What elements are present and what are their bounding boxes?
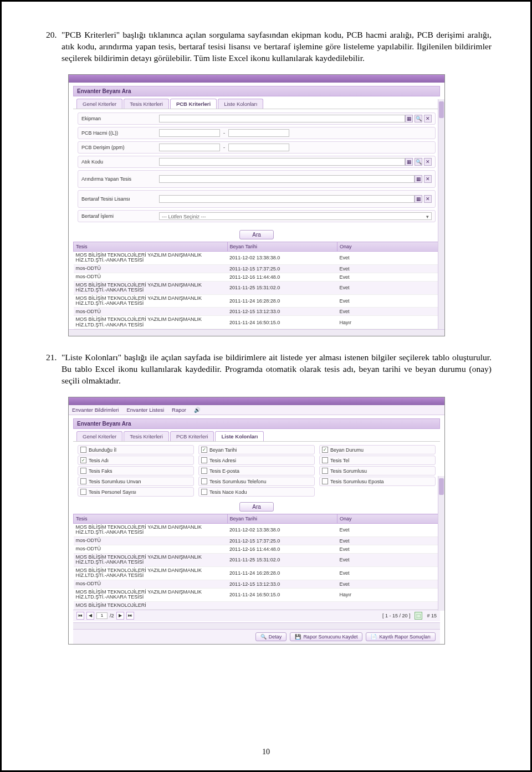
pager-last[interactable]: ⏭ bbox=[126, 612, 134, 620]
table-row[interactable]: MOS BİLİŞİM TEKNOLOJİLERİ YAZILIM DANIŞM… bbox=[74, 251, 440, 264]
para20-text: "PCB Kriterleri" başlığı tıklanınca açıl… bbox=[62, 29, 492, 64]
excel-icon[interactable]: ⬚ bbox=[415, 612, 422, 620]
menu-bildirimleri[interactable]: Envanter Bildirimleri bbox=[72, 407, 119, 413]
tab-liste-2[interactable]: Liste Kolonları bbox=[215, 431, 264, 441]
label-atik-kodu: Atık Kodu bbox=[81, 159, 159, 165]
pager-perpage: # 15 bbox=[427, 613, 437, 618]
ara-button-2[interactable]: Ara bbox=[239, 502, 274, 512]
check-item[interactable]: Tesis Tel bbox=[319, 456, 436, 465]
input-pcb-derisim-2[interactable] bbox=[228, 144, 289, 151]
pager-prev[interactable]: ◀ bbox=[86, 612, 94, 620]
label-bertaraf-islemi: Bertaraf İşlemi bbox=[81, 213, 159, 219]
sound-icon[interactable]: 🔊 bbox=[194, 407, 201, 413]
select-text: --- Lütfen Seçiniz --- bbox=[162, 213, 206, 219]
label-arindirma: Arındırma Yapan Tesis bbox=[81, 176, 159, 182]
check-item[interactable]: Tesis Personel Sayısı bbox=[78, 487, 194, 497]
grid-icon[interactable]: ▦ bbox=[415, 175, 422, 183]
tab-pcb-2[interactable]: PCB Kriterleri bbox=[170, 431, 214, 441]
table-row[interactable]: mos-ODTÜ2011-12-15 17:37:25.0Evet bbox=[74, 536, 440, 545]
tab-genel-2[interactable]: Genel Kriterler bbox=[76, 431, 122, 441]
search-icon[interactable]: 🔍 bbox=[415, 158, 422, 166]
clear-icon[interactable]: ✕ bbox=[424, 158, 432, 166]
check-item[interactable]: Tesis Sorumlusu Unvan bbox=[78, 477, 194, 486]
search-icon[interactable]: 🔍 bbox=[415, 115, 422, 122]
check-item[interactable]: Tesis Nace Kodu bbox=[198, 487, 315, 497]
table-row[interactable]: MOS BİLİŞİM TEKNOLOJİLERİ YAZILIM DANIŞM… bbox=[74, 281, 440, 294]
menu-rapor[interactable]: Rapor bbox=[172, 407, 186, 413]
input-pcb-hacmi-1[interactable] bbox=[159, 129, 220, 137]
table-row[interactable]: MOS BİLİŞİM TEKNOLOJİLERİ YAZILIM DANIŞM… bbox=[74, 294, 440, 308]
check-item[interactable]: Tesis Sorumlusu Telefonu bbox=[198, 477, 315, 486]
horizontal-scrollbar[interactable] bbox=[69, 329, 444, 336]
clear-icon[interactable]: ✕ bbox=[424, 195, 432, 203]
tab-tesis-2[interactable]: Tesis Kriterleri bbox=[124, 431, 169, 441]
table-row[interactable]: MOS BİLİŞİM TEKNOLOJİLERİ YAZILIM DANIŞM… bbox=[74, 566, 440, 580]
select-bertaraf-islemi[interactable]: --- Lütfen Seçiniz --- ▾ bbox=[159, 212, 432, 220]
input-arindirma[interactable] bbox=[159, 175, 415, 183]
input-bertaraf-lisans[interactable] bbox=[159, 195, 415, 203]
check-item[interactable]: Tesis E-posta bbox=[198, 466, 315, 476]
col-tesis[interactable]: Tesis bbox=[74, 242, 228, 251]
kayitli-rapor-button[interactable]: 📄 Kayıtlı Rapor Sonuçları bbox=[366, 632, 436, 641]
check-item[interactable]: ✓Tesis Adı bbox=[78, 456, 194, 465]
row-ekipman: Ekipman ▦ 🔍 ✕ bbox=[78, 113, 436, 125]
pager-range: [ 1 - 15 / 20 ] bbox=[382, 613, 411, 618]
pager-page-input[interactable] bbox=[96, 612, 108, 619]
check-item[interactable]: Tesis Sorumlusu Eposta bbox=[319, 477, 436, 486]
menu-listesi[interactable]: Envanter Listesi bbox=[126, 407, 164, 413]
grid-icon[interactable]: ▦ bbox=[405, 158, 413, 166]
clear-icon[interactable]: ✕ bbox=[424, 175, 432, 183]
table-row[interactable]: mos-ODTÜ2011-12-15 17:37:25.0Evet bbox=[74, 264, 440, 273]
col-onay[interactable]: Onay bbox=[337, 242, 439, 251]
check-item[interactable]: Tesis Sorumlusu bbox=[319, 466, 436, 476]
row-arindirma: Arındırma Yapan Tesis ▦ ✕ bbox=[78, 170, 436, 188]
col-tesis-2[interactable]: Tesis bbox=[74, 514, 228, 524]
input-pcb-derisim-1[interactable] bbox=[159, 144, 220, 151]
table-row[interactable]: MOS BİLİŞİM TEKNOLOJİLERİ bbox=[74, 601, 440, 609]
table-row[interactable]: MOS BİLİŞİM TEKNOLOJİLERİ YAZILIM DANIŞM… bbox=[74, 316, 440, 329]
pager-next[interactable]: ▶ bbox=[116, 612, 124, 620]
detay-button[interactable]: 🔍 Detay bbox=[255, 632, 287, 641]
table-row[interactable]: MOS BİLİŞİM TEKNOLOJİLERİ YAZILIM DANIŞM… bbox=[74, 588, 440, 601]
check-item[interactable]: ✓Beyan Durumu bbox=[319, 445, 436, 454]
pager-first[interactable]: ⏮ bbox=[76, 612, 84, 620]
tab-liste[interactable]: Liste Kolonları bbox=[218, 99, 263, 109]
label-bertaraf-lisans: Bertaraf Tesisi Lisansı bbox=[81, 196, 159, 202]
vertical-scrollbar[interactable] bbox=[438, 99, 444, 330]
grid-icon[interactable]: ▦ bbox=[415, 195, 422, 203]
rapor-kaydet-button[interactable]: 💾 Rapor Sonucunu Kaydet bbox=[290, 632, 362, 641]
table-row[interactable]: MOS BİLİŞİM TEKNOLOJİLERİ YAZILIM DANIŞM… bbox=[74, 553, 440, 566]
tab-tesis[interactable]: Tesis Kriterleri bbox=[124, 99, 169, 109]
checkbox-icon bbox=[80, 468, 86, 474]
top-menu: Envanter Bildirimleri Envanter Listesi R… bbox=[69, 405, 444, 415]
row-atik-kodu: Atık Kodu ▦ 🔍 ✕ bbox=[78, 156, 436, 168]
para20-num: 20. bbox=[46, 29, 62, 64]
screenshot-liste-kolonlari: Envanter Bildirimleri Envanter Listesi R… bbox=[68, 397, 445, 645]
horizontal-scrollbar-2[interactable] bbox=[73, 622, 440, 629]
ara-button[interactable]: Ara bbox=[239, 230, 274, 239]
clear-icon[interactable]: ✕ bbox=[424, 115, 432, 122]
col-onay-2[interactable]: Onay bbox=[337, 514, 439, 524]
label-pcb-derisim: PCB Derişim (ppm) bbox=[81, 145, 159, 150]
vertical-scrollbar-2[interactable] bbox=[438, 476, 444, 611]
table-row[interactable]: mos-ODTÜ2011-12-16 11:44:48.0Evet bbox=[74, 545, 440, 553]
grid-icon[interactable]: ▦ bbox=[405, 115, 413, 122]
col-tarih[interactable]: Beyan Tarihi bbox=[227, 242, 337, 251]
check-item[interactable]: Bulunduğu İl bbox=[78, 445, 194, 454]
tab-genel[interactable]: Genel Kriterler bbox=[76, 99, 122, 109]
check-item[interactable]: Tesis Adresi bbox=[198, 456, 315, 465]
checkbox-icon bbox=[201, 468, 207, 474]
table-row[interactable]: mos-ODTÜ2011-12-15 13:12:33.0Evet bbox=[74, 580, 440, 588]
label-pcb-hacmi: PCB Hacmi ((L)) bbox=[81, 130, 159, 136]
input-pcb-hacmi-2[interactable] bbox=[228, 129, 289, 137]
check-item[interactable]: ✓Beyan Tarihi bbox=[198, 445, 315, 454]
checkbox-icon: ✓ bbox=[201, 447, 207, 453]
table-row[interactable]: MOS BİLİŞİM TEKNOLOJİLERİ YAZILIM DANIŞM… bbox=[74, 524, 440, 537]
tab-pcb[interactable]: PCB Kriterleri bbox=[170, 99, 217, 109]
input-ekipman[interactable] bbox=[159, 115, 405, 122]
table-row[interactable]: mos-ODTÜ2011-12-15 13:12:33.0Evet bbox=[74, 308, 440, 316]
input-atik-kodu[interactable] bbox=[159, 158, 405, 166]
col-tarih-2[interactable]: Beyan Tarihi bbox=[227, 514, 337, 524]
table-row[interactable]: mos-ODTÜ2011-12-16 11:44:48.0Evet bbox=[74, 273, 440, 281]
check-item[interactable]: Tesis Faks bbox=[78, 466, 194, 476]
